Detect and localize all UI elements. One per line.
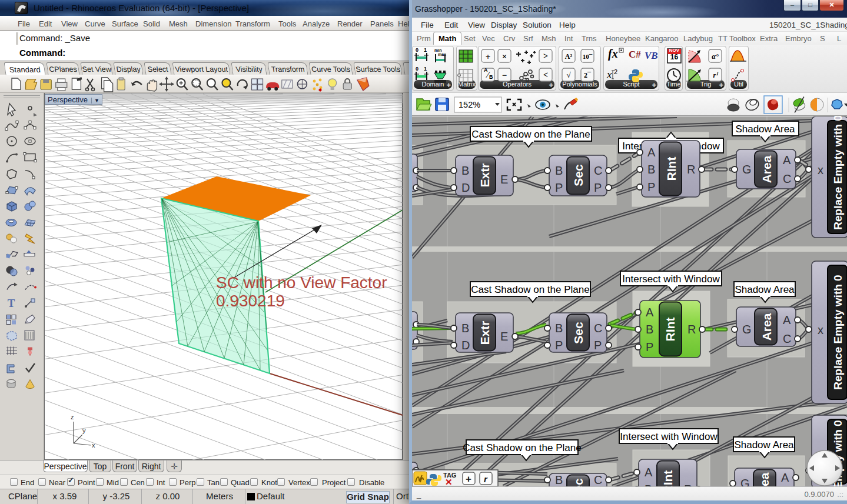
svg-text:P: P bbox=[594, 181, 602, 194]
svg-text:C: C bbox=[783, 172, 791, 185]
svg-text:+: + bbox=[466, 473, 471, 485]
svg-text:y: y bbox=[82, 427, 86, 434]
svg-text:x: x bbox=[818, 163, 823, 176]
svg-text:Area: Area bbox=[760, 313, 773, 341]
svg-text:RInt: RInt bbox=[665, 157, 678, 181]
svg-text:0.930219: 0.930219 bbox=[216, 292, 285, 310]
svg-text:fx: fx bbox=[608, 47, 618, 61]
svg-text:A: A bbox=[781, 471, 789, 484]
svg-text:D: D bbox=[461, 339, 470, 352]
svg-text:A²: A² bbox=[565, 52, 573, 61]
svg-text:B: B bbox=[647, 163, 655, 176]
svg-text:1: 1 bbox=[424, 47, 427, 53]
svg-text:Replace Empty with 0: Replace Empty with 0 bbox=[832, 116, 844, 230]
svg-text:B: B bbox=[555, 164, 563, 177]
svg-text:Cast Shadow on the Plane: Cast Shadow on the Plane bbox=[463, 442, 581, 453]
svg-text:Replace Empty with 0: Replace Empty with 0 bbox=[832, 275, 844, 389]
svg-text:√: √ bbox=[566, 71, 571, 79]
svg-text:SC with no View Factor: SC with no View Factor bbox=[216, 273, 387, 292]
svg-text:min: min bbox=[434, 48, 441, 52]
svg-text:RInt: RInt bbox=[661, 470, 675, 486]
svg-text:2: 2 bbox=[614, 68, 617, 75]
svg-text:A: A bbox=[646, 306, 654, 319]
svg-text:1: 1 bbox=[424, 66, 427, 72]
svg-text:B: B bbox=[555, 322, 563, 335]
svg-text:P: P bbox=[594, 339, 602, 352]
svg-text:C: C bbox=[783, 332, 791, 345]
svg-text:P: P bbox=[647, 181, 655, 193]
svg-text:A: A bbox=[645, 466, 653, 479]
svg-text:B: B bbox=[489, 74, 493, 80]
svg-text:0: 0 bbox=[416, 66, 418, 72]
svg-text:Shadow Area: Shadow Area bbox=[734, 439, 794, 450]
svg-text:2¯: 2¯ bbox=[584, 71, 592, 79]
svg-text:Area: Area bbox=[760, 155, 773, 183]
svg-text:E: E bbox=[500, 330, 508, 343]
svg-text:0: 0 bbox=[416, 47, 418, 53]
svg-text:G: G bbox=[740, 477, 750, 486]
svg-text:Shadow Area: Shadow Area bbox=[735, 284, 795, 295]
svg-text:x: x bbox=[92, 442, 95, 449]
svg-text:Intersect with Window: Intersect with Window bbox=[622, 273, 720, 285]
svg-text:Sec: Sec bbox=[572, 164, 585, 186]
svg-text:E: E bbox=[500, 173, 508, 186]
svg-text:152%: 152% bbox=[459, 100, 480, 109]
svg-text:Intersect with Window: Intersect with Window bbox=[620, 431, 718, 442]
svg-text:B: B bbox=[646, 323, 653, 336]
svg-text:−: − bbox=[502, 71, 507, 80]
svg-text:D: D bbox=[461, 181, 470, 194]
svg-text:x: x bbox=[606, 68, 612, 81]
svg-text:C#: C# bbox=[629, 49, 641, 60]
svg-text:z: z bbox=[71, 413, 74, 420]
svg-text:C: C bbox=[594, 322, 602, 335]
svg-text:A: A bbox=[783, 313, 791, 326]
svg-text:A: A bbox=[647, 146, 656, 159]
svg-text:NOV: NOV bbox=[669, 48, 680, 53]
svg-text:Area: Area bbox=[758, 472, 771, 486]
svg-text:G: G bbox=[742, 323, 752, 336]
svg-text:R: R bbox=[687, 163, 695, 176]
svg-text:10¯: 10¯ bbox=[583, 53, 593, 60]
svg-text:Sec: Sec bbox=[572, 478, 585, 486]
svg-text:A: A bbox=[484, 67, 488, 73]
svg-text:Extr: Extr bbox=[478, 321, 491, 345]
svg-text:VB: VB bbox=[645, 50, 658, 61]
svg-text:Cast Shadow on the Plane: Cast Shadow on the Plane bbox=[471, 129, 590, 140]
svg-text:B: B bbox=[461, 322, 469, 335]
svg-text:T: T bbox=[8, 297, 15, 309]
svg-text:Shadow Area: Shadow Area bbox=[735, 124, 795, 135]
svg-text:>: > bbox=[543, 52, 548, 61]
svg-text:P: P bbox=[646, 341, 653, 353]
svg-text:Cast Shadow on the Plane: Cast Shadow on the Plane bbox=[471, 284, 589, 295]
svg-text:Sec: Sec bbox=[572, 322, 585, 344]
svg-text:R: R bbox=[687, 323, 696, 336]
svg-text:α°: α° bbox=[712, 52, 719, 61]
svg-text:×: × bbox=[502, 52, 507, 61]
svg-text:✕: ✕ bbox=[445, 477, 453, 486]
svg-text:B: B bbox=[461, 164, 469, 177]
svg-text:C: C bbox=[594, 473, 602, 486]
svg-text:x: x bbox=[818, 323, 823, 336]
svg-text:RInt: RInt bbox=[663, 318, 677, 342]
svg-text:Extr: Extr bbox=[478, 163, 491, 188]
svg-text:B: B bbox=[555, 473, 563, 486]
svg-text:16: 16 bbox=[670, 53, 679, 61]
svg-text:A: A bbox=[783, 153, 791, 166]
svg-text:G: G bbox=[742, 163, 752, 176]
svg-text:<: < bbox=[543, 71, 548, 79]
svg-text:C: C bbox=[594, 164, 602, 177]
svg-text:P: P bbox=[555, 339, 563, 352]
svg-text:+: + bbox=[486, 52, 491, 61]
svg-text:P: P bbox=[555, 181, 563, 194]
